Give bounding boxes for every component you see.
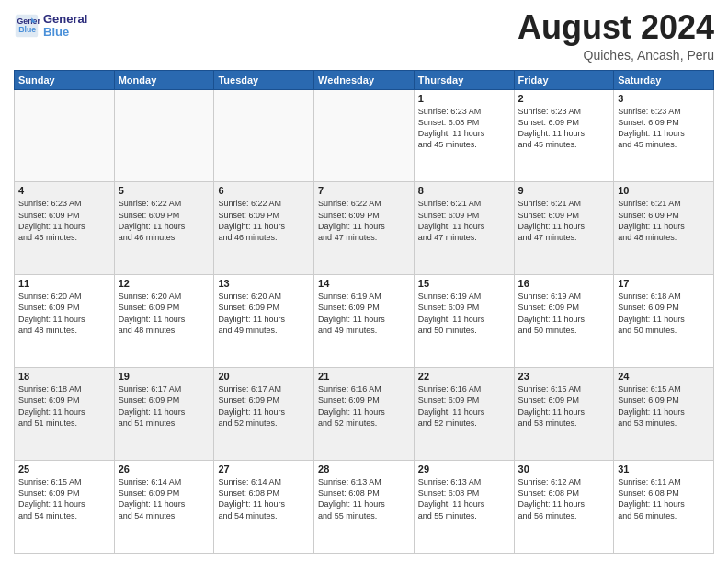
col-tuesday: Tuesday (214, 70, 314, 89)
col-thursday: Thursday (414, 70, 514, 89)
day-number: 11 (18, 278, 110, 289)
table-row: 14Sunrise: 6:19 AM Sunset: 6:09 PM Dayli… (314, 275, 415, 368)
table-row: 12Sunrise: 6:20 AM Sunset: 6:09 PM Dayli… (114, 275, 214, 368)
table-row (114, 89, 214, 182)
table-row: 13Sunrise: 6:20 AM Sunset: 6:09 PM Dayli… (214, 275, 314, 368)
table-row: 20Sunrise: 6:17 AM Sunset: 6:09 PM Dayli… (214, 368, 314, 461)
calendar-week-1: 1Sunrise: 6:23 AM Sunset: 6:08 PM Daylig… (15, 89, 714, 182)
day-number: 12 (119, 278, 210, 289)
table-row: 10Sunrise: 6:21 AM Sunset: 6:09 PM Dayli… (614, 182, 714, 275)
calendar-week-3: 11Sunrise: 6:20 AM Sunset: 6:09 PM Dayli… (15, 275, 714, 368)
day-number: 3 (618, 93, 710, 104)
logo-text: General Blue (43, 13, 87, 40)
calendar-week-4: 18Sunrise: 6:18 AM Sunset: 6:09 PM Dayli… (15, 368, 714, 461)
day-number: 10 (618, 185, 710, 196)
day-number: 29 (418, 464, 510, 475)
table-row (15, 89, 115, 182)
day-number: 22 (418, 371, 510, 382)
day-number: 21 (318, 371, 410, 382)
logo-icon: General Blue (14, 13, 40, 39)
day-number: 4 (18, 185, 110, 196)
day-info: Sunrise: 6:22 AM Sunset: 6:09 PM Dayligh… (218, 198, 310, 243)
day-number: 14 (318, 278, 410, 289)
day-info: Sunrise: 6:19 AM Sunset: 6:09 PM Dayligh… (318, 291, 410, 336)
table-row: 26Sunrise: 6:14 AM Sunset: 6:09 PM Dayli… (114, 461, 214, 554)
table-row: 25Sunrise: 6:15 AM Sunset: 6:09 PM Dayli… (15, 461, 115, 554)
day-info: Sunrise: 6:21 AM Sunset: 6:09 PM Dayligh… (418, 198, 510, 243)
day-info: Sunrise: 6:16 AM Sunset: 6:09 PM Dayligh… (418, 384, 510, 429)
table-row: 2Sunrise: 6:23 AM Sunset: 6:09 PM Daylig… (514, 89, 614, 182)
day-number: 2 (518, 93, 610, 104)
calendar-week-2: 4Sunrise: 6:23 AM Sunset: 6:09 PM Daylig… (15, 182, 714, 275)
day-info: Sunrise: 6:14 AM Sunset: 6:09 PM Dayligh… (119, 477, 210, 522)
table-row: 24Sunrise: 6:15 AM Sunset: 6:09 PM Dayli… (614, 368, 714, 461)
table-row (314, 89, 415, 182)
table-row: 7Sunrise: 6:22 AM Sunset: 6:09 PM Daylig… (314, 182, 415, 275)
table-row: 17Sunrise: 6:18 AM Sunset: 6:09 PM Dayli… (614, 275, 714, 368)
day-number: 26 (119, 464, 210, 475)
day-info: Sunrise: 6:17 AM Sunset: 6:09 PM Dayligh… (218, 384, 310, 429)
day-info: Sunrise: 6:18 AM Sunset: 6:09 PM Dayligh… (618, 291, 710, 336)
day-info: Sunrise: 6:23 AM Sunset: 6:09 PM Dayligh… (518, 106, 610, 151)
calendar-week-5: 25Sunrise: 6:15 AM Sunset: 6:09 PM Dayli… (15, 461, 714, 554)
table-row: 18Sunrise: 6:18 AM Sunset: 6:09 PM Dayli… (15, 368, 115, 461)
table-row: 30Sunrise: 6:12 AM Sunset: 6:08 PM Dayli… (514, 461, 614, 554)
day-info: Sunrise: 6:15 AM Sunset: 6:09 PM Dayligh… (618, 384, 710, 429)
day-info: Sunrise: 6:20 AM Sunset: 6:09 PM Dayligh… (218, 291, 310, 336)
day-number: 13 (218, 278, 310, 289)
day-number: 20 (218, 371, 310, 382)
day-number: 19 (119, 371, 210, 382)
logo: General Blue General Blue (14, 13, 87, 40)
day-info: Sunrise: 6:22 AM Sunset: 6:09 PM Dayligh… (119, 198, 210, 243)
day-info: Sunrise: 6:19 AM Sunset: 6:09 PM Dayligh… (418, 291, 510, 336)
day-number: 16 (518, 278, 610, 289)
day-info: Sunrise: 6:23 AM Sunset: 6:09 PM Dayligh… (618, 106, 710, 151)
table-row: 28Sunrise: 6:13 AM Sunset: 6:08 PM Dayli… (314, 461, 415, 554)
page: General Blue General Blue August 2024 Qu… (0, 0, 728, 563)
table-row: 9Sunrise: 6:21 AM Sunset: 6:09 PM Daylig… (514, 182, 614, 275)
day-number: 31 (618, 464, 710, 475)
day-info: Sunrise: 6:22 AM Sunset: 6:09 PM Dayligh… (318, 198, 410, 243)
day-number: 27 (218, 464, 310, 475)
table-row: 15Sunrise: 6:19 AM Sunset: 6:09 PM Dayli… (414, 275, 514, 368)
day-number: 24 (618, 371, 710, 382)
day-info: Sunrise: 6:15 AM Sunset: 6:09 PM Dayligh… (518, 384, 610, 429)
table-row: 8Sunrise: 6:21 AM Sunset: 6:09 PM Daylig… (414, 182, 514, 275)
day-info: Sunrise: 6:19 AM Sunset: 6:09 PM Dayligh… (518, 291, 610, 336)
day-info: Sunrise: 6:13 AM Sunset: 6:08 PM Dayligh… (418, 477, 510, 522)
col-monday: Monday (114, 70, 214, 89)
table-row: 22Sunrise: 6:16 AM Sunset: 6:09 PM Dayli… (414, 368, 514, 461)
col-saturday: Saturday (614, 70, 714, 89)
day-number: 18 (18, 371, 110, 382)
day-info: Sunrise: 6:18 AM Sunset: 6:09 PM Dayligh… (18, 384, 110, 429)
calendar-table: Sunday Monday Tuesday Wednesday Thursday… (14, 70, 714, 554)
table-row: 11Sunrise: 6:20 AM Sunset: 6:09 PM Dayli… (15, 275, 115, 368)
calendar-subtitle: Quiches, Ancash, Peru (518, 48, 714, 63)
day-number: 8 (418, 185, 510, 196)
table-row: 23Sunrise: 6:15 AM Sunset: 6:09 PM Dayli… (514, 368, 614, 461)
day-number: 9 (518, 185, 610, 196)
col-wednesday: Wednesday (314, 70, 415, 89)
day-number: 5 (119, 185, 210, 196)
table-row: 19Sunrise: 6:17 AM Sunset: 6:09 PM Dayli… (114, 368, 214, 461)
col-friday: Friday (514, 70, 614, 89)
day-info: Sunrise: 6:20 AM Sunset: 6:09 PM Dayligh… (18, 291, 110, 336)
table-row: 5Sunrise: 6:22 AM Sunset: 6:09 PM Daylig… (114, 182, 214, 275)
day-info: Sunrise: 6:21 AM Sunset: 6:09 PM Dayligh… (518, 198, 610, 243)
day-info: Sunrise: 6:21 AM Sunset: 6:09 PM Dayligh… (618, 198, 710, 243)
header: General Blue General Blue August 2024 Qu… (14, 9, 714, 63)
day-info: Sunrise: 6:11 AM Sunset: 6:08 PM Dayligh… (618, 477, 710, 522)
table-row: 27Sunrise: 6:14 AM Sunset: 6:08 PM Dayli… (214, 461, 314, 554)
day-number: 17 (618, 278, 710, 289)
calendar-header-row: Sunday Monday Tuesday Wednesday Thursday… (15, 70, 714, 89)
day-number: 30 (518, 464, 610, 475)
table-row: 16Sunrise: 6:19 AM Sunset: 6:09 PM Dayli… (514, 275, 614, 368)
table-row: 6Sunrise: 6:22 AM Sunset: 6:09 PM Daylig… (214, 182, 314, 275)
table-row (214, 89, 314, 182)
day-number: 23 (518, 371, 610, 382)
day-info: Sunrise: 6:23 AM Sunset: 6:09 PM Dayligh… (18, 198, 110, 243)
day-number: 6 (218, 185, 310, 196)
day-info: Sunrise: 6:13 AM Sunset: 6:08 PM Dayligh… (318, 477, 410, 522)
day-info: Sunrise: 6:14 AM Sunset: 6:08 PM Dayligh… (218, 477, 310, 522)
day-number: 25 (18, 464, 110, 475)
